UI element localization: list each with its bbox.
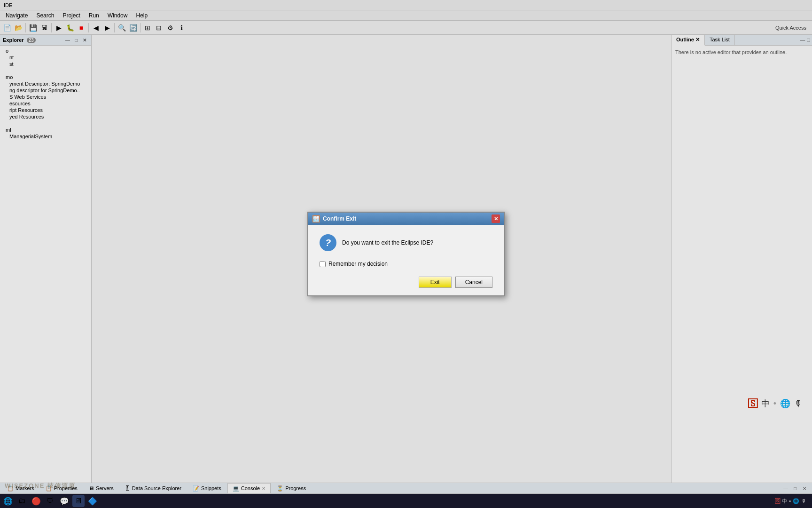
remember-decision-label: Remember my decision bbox=[328, 261, 388, 267]
dialog-message-row: ? Do you want to exit the Eclipse IDE? bbox=[320, 234, 492, 251]
dialog-titlebar: 🪟 Confirm Exit ✕ bbox=[308, 213, 504, 225]
remember-decision-checkbox[interactable] bbox=[320, 261, 326, 267]
dialog-title-row: 🪟 Confirm Exit bbox=[312, 215, 356, 222]
confirm-exit-dialog: 🪟 Confirm Exit ✕ ? Do you want to exit t… bbox=[307, 212, 505, 296]
question-icon: ? bbox=[320, 234, 336, 251]
exit-button[interactable]: Exit bbox=[419, 277, 452, 288]
cancel-button[interactable]: Cancel bbox=[455, 277, 492, 288]
dialog-title-text: Confirm Exit bbox=[323, 215, 356, 222]
dialog-title-icon: 🪟 bbox=[312, 215, 320, 222]
modal-overlay: 🪟 Confirm Exit ✕ ? Do you want to exit t… bbox=[0, 0, 812, 508]
dialog-buttons: Exit Cancel bbox=[320, 277, 492, 288]
dialog-message-text: Do you want to exit the Eclipse IDE? bbox=[342, 239, 433, 246]
remember-decision-row: Remember my decision bbox=[320, 261, 492, 267]
dialog-body: ? Do you want to exit the Eclipse IDE? R… bbox=[308, 225, 504, 295]
dialog-close-button[interactable]: ✕ bbox=[492, 214, 500, 223]
